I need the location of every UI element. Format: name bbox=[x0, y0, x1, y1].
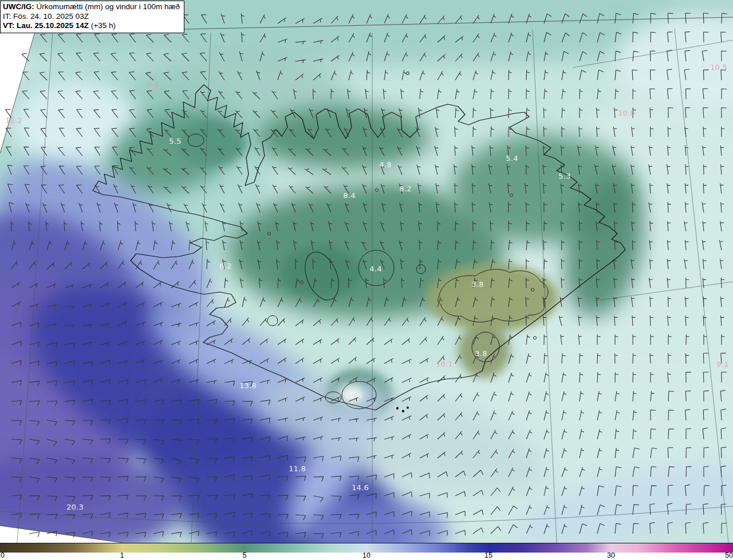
product-title: Úrkomumætti (mm) og vindur i 100m hæð bbox=[37, 2, 180, 11]
colorbar-tick: 15 bbox=[484, 551, 492, 559]
product-code: UWC/IG: bbox=[3, 2, 34, 11]
precip-shading bbox=[0, 0, 733, 543]
title-box: UWC/IG: Úrkomumætti (mm) og vindur i 100… bbox=[0, 1, 184, 33]
weather-map: 0.610.25.54.85.45.38.28.410.510.06.24.43… bbox=[0, 0, 733, 543]
colorbar-tick: 0 bbox=[1, 551, 5, 559]
valid-time-line: VT: Lau. 25.10.2025 14Z (+35 h) bbox=[3, 21, 180, 31]
init-time-line: IT: Fös. 24. 10. 2025 03Z bbox=[3, 12, 180, 22]
colorbar-tick: 30 bbox=[607, 551, 615, 559]
colorbar: 01510153050 bbox=[0, 543, 733, 560]
valid-time: VT: Lau. 25.10.2025 14Z bbox=[3, 21, 89, 30]
colorbar-tick-labels: 01510153050 bbox=[0, 553, 733, 560]
colorbar-tick: 50 bbox=[725, 551, 733, 559]
colorbar-tick: 1 bbox=[120, 551, 124, 559]
title-line-product: UWC/IG: Úrkomumætti (mm) og vindur i 100… bbox=[3, 2, 180, 12]
lead-time: (+35 h) bbox=[91, 21, 116, 30]
colorbar-tick: 10 bbox=[362, 551, 371, 559]
colorbar-tick: 5 bbox=[243, 551, 247, 559]
precipitation-field-map bbox=[0, 0, 733, 543]
